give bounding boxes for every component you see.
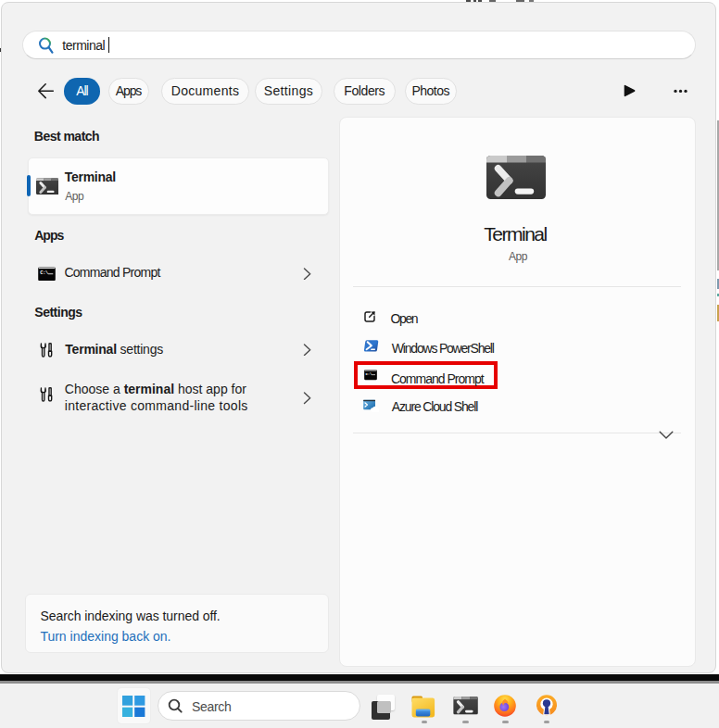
svg-text:C:\: C:\ [40, 270, 49, 276]
svg-text:C:\: C:\ [366, 372, 372, 376]
